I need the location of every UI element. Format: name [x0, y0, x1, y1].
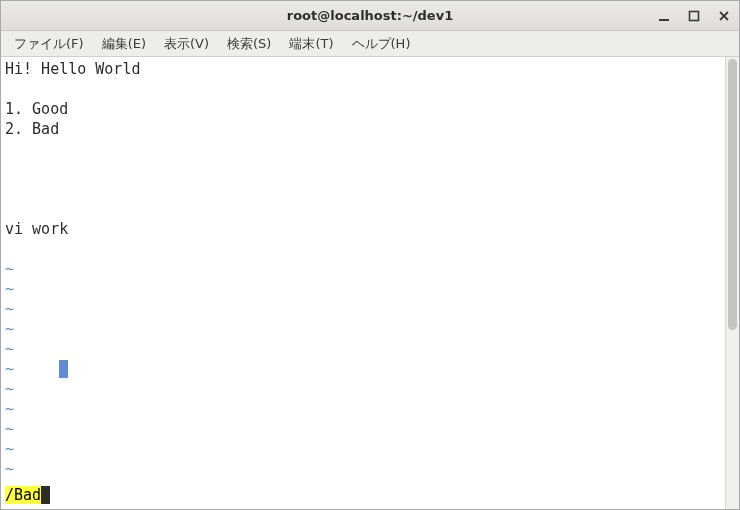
scrollbar-thumb[interactable] — [728, 59, 737, 330]
menu-terminal[interactable]: 端末(T) — [280, 32, 342, 56]
selection-block — [59, 360, 68, 378]
maximize-button[interactable] — [685, 7, 703, 25]
editor-line: Hi! Hello World — [5, 59, 721, 79]
minimize-icon — [658, 10, 670, 22]
search-command: /Bad — [5, 486, 41, 504]
editor-tilde-line: ~ — [5, 359, 721, 379]
editor-tilde-line: ~ — [5, 419, 721, 439]
editor-line — [5, 139, 721, 159]
editor-line — [5, 159, 721, 179]
menu-edit[interactable]: 編集(E) — [93, 32, 155, 56]
cursor-block — [41, 486, 50, 504]
menubar: ファイル(F) 編集(E) 表示(V) 検索(S) 端末(T) ヘルプ(H) — [1, 31, 739, 57]
editor-tilde-line: ~ — [5, 439, 721, 459]
editor-tilde-line: ~ — [5, 399, 721, 419]
terminal-window: root@localhost:~/dev1 ファイル(F) 編集(E) 表示(V… — [0, 0, 740, 510]
editor-line: vi work — [5, 219, 721, 239]
menu-view[interactable]: 表示(V) — [155, 32, 218, 56]
menu-search[interactable]: 検索(S) — [218, 32, 280, 56]
menu-file[interactable]: ファイル(F) — [5, 32, 93, 56]
editor-line: 1. Good — [5, 99, 721, 119]
terminal-area[interactable]: Hi! Hello World 1. Good2. Bad vi work ~~… — [1, 57, 725, 509]
close-icon — [718, 10, 730, 22]
command-line: /Bad — [5, 485, 50, 505]
window-controls — [655, 1, 733, 30]
editor-line — [5, 239, 721, 259]
maximize-icon — [688, 10, 700, 22]
terminal-wrap: Hi! Hello World 1. Good2. Bad vi work ~~… — [1, 57, 739, 509]
editor-tilde-line: ~ — [5, 319, 721, 339]
menu-help[interactable]: ヘルプ(H) — [343, 32, 420, 56]
editor-tilde-line: ~ — [5, 299, 721, 319]
minimize-button[interactable] — [655, 7, 673, 25]
editor-line — [5, 179, 721, 199]
editor-line — [5, 199, 721, 219]
editor-tilde-line: ~ — [5, 339, 721, 359]
scrollbar[interactable] — [725, 57, 739, 509]
editor-line — [5, 79, 721, 99]
close-button[interactable] — [715, 7, 733, 25]
titlebar: root@localhost:~/dev1 — [1, 1, 739, 31]
editor-line: 2. Bad — [5, 119, 721, 139]
svg-rect-0 — [659, 19, 669, 21]
editor-tilde-line: ~ — [5, 459, 721, 479]
editor-tilde-line: ~ — [5, 259, 721, 279]
editor-tilde-line: ~ — [5, 279, 721, 299]
svg-rect-1 — [690, 11, 699, 20]
window-title: root@localhost:~/dev1 — [1, 8, 739, 23]
editor-tilde-line: ~ — [5, 379, 721, 399]
